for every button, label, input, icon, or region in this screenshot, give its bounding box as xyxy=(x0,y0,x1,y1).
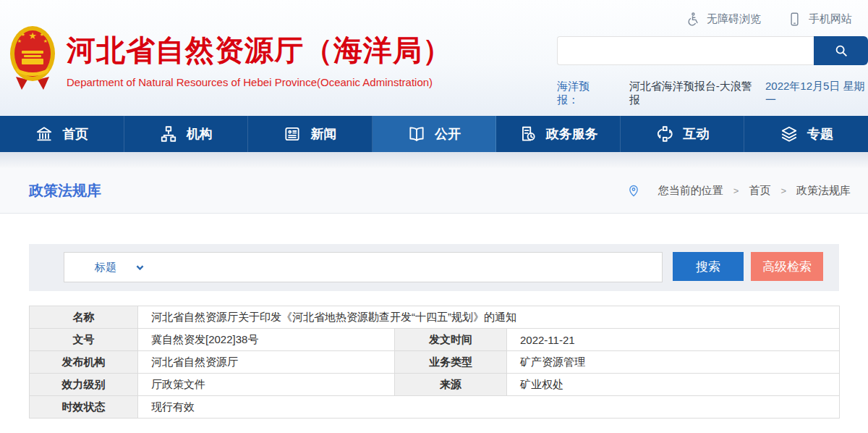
breadcrumb-separator: > xyxy=(780,185,786,196)
mobile-phone-icon xyxy=(787,12,802,27)
biztype-label-cell: 业务类型 xyxy=(395,351,507,374)
nav-item-interact[interactable]: 互动 xyxy=(621,116,745,152)
main-content: 标题 搜索 高级检索 名称 河北省自然资源厅关于印发《河北省地热资源勘查开发“十… xyxy=(0,214,868,433)
nav-label: 公开 xyxy=(435,125,461,143)
date-label-cell: 发文时间 xyxy=(395,329,507,351)
topics-layers-icon xyxy=(780,125,799,143)
breadcrumb-item-home[interactable]: 首页 xyxy=(749,184,770,198)
site-search-input[interactable] xyxy=(557,36,814,65)
site-subtitle-english: Department of Natural Resources of Hebei… xyxy=(67,76,452,88)
site-title: 河北省自然资源厅（海洋局） xyxy=(67,30,452,70)
svg-text:★: ★ xyxy=(28,30,37,41)
biztype-value-cell: 矿产资源管理 xyxy=(507,351,840,374)
nav-item-news[interactable]: 新闻 xyxy=(248,116,373,152)
table-row: 文号 冀自然资发[2022]38号 发文时间 2022-11-21 xyxy=(30,329,840,351)
ocean-forecast-date: 2022年12月5日 星期一 xyxy=(765,80,868,107)
search-field-selected: 标题 xyxy=(95,261,116,274)
level-value-cell: 厅政策文件 xyxy=(138,374,395,396)
ocean-forecast-label: 海洋预报： xyxy=(557,80,608,107)
national-emblem-logo: ★ ★ ★ ★ ★ xyxy=(7,23,58,96)
nav-item-org[interactable]: 机构 xyxy=(124,116,249,152)
name-value-cell: 河北省自然资源厅关于印发《河北省地热资源勘查开发“十四五”规划》的通知 xyxy=(138,306,840,329)
wheelchair-icon xyxy=(685,12,700,27)
ocean-forecast-bar: 海洋预报： 河北省海洋预报台-大浪警报 2022年12月5日 星期一 xyxy=(557,80,868,107)
table-row: 效力级别 厅政策文件 来源 矿业权处 xyxy=(30,374,840,396)
site-header: 无障碍浏览 手机网站 ★ ★ ★ ★ ★ xyxy=(0,0,868,116)
table-row: 时效状态 现行有效 xyxy=(30,396,840,419)
chevron-down-icon xyxy=(135,263,145,272)
policy-keyword-input[interactable] xyxy=(145,253,662,282)
nav-label: 新闻 xyxy=(310,125,336,143)
policy-search-box: 标题 xyxy=(64,252,663,282)
svg-text:★: ★ xyxy=(40,32,44,37)
date-value-cell: 2022-11-21 xyxy=(507,329,840,351)
status-label-cell: 时效状态 xyxy=(30,396,138,419)
interact-icon xyxy=(655,125,674,143)
source-value-cell: 矿业权处 xyxy=(507,374,840,396)
nav-item-topics[interactable]: 专题 xyxy=(744,116,868,152)
nav-label: 政务服务 xyxy=(546,125,598,143)
table-row: 发布机构 河北省自然资源厅 业务类型 矿产资源管理 xyxy=(30,351,840,374)
search-icon xyxy=(833,43,849,59)
breadcrumb: 您当前的位置 > 首页 > 政策法规库 xyxy=(626,183,851,198)
docnum-value-cell: 冀自然资发[2022]38号 xyxy=(138,329,395,351)
source-label-cell: 来源 xyxy=(395,374,507,396)
site-search-button[interactable] xyxy=(814,36,868,65)
policy-search-panel: 标题 搜索 高级检索 xyxy=(29,244,839,291)
news-icon xyxy=(283,125,302,143)
brand-text: 河北省自然资源厅（海洋局） Department of Natural Reso… xyxy=(67,23,452,88)
divider-band xyxy=(0,152,868,168)
search-field-selector[interactable]: 标题 xyxy=(64,261,145,274)
breadcrumb-separator: > xyxy=(733,185,739,196)
open-book-icon xyxy=(407,125,426,143)
gov-service-icon xyxy=(519,125,537,143)
advanced-search-button[interactable]: 高级检索 xyxy=(751,252,823,281)
accessibility-link[interactable]: 无障碍浏览 xyxy=(685,12,761,27)
nav-label: 专题 xyxy=(807,125,833,143)
nav-item-gov-services[interactable]: 政务服务 xyxy=(496,116,621,152)
page-title: 政策法规库 xyxy=(29,181,101,201)
name-label-cell: 名称 xyxy=(30,306,138,329)
docnum-label-cell: 文号 xyxy=(30,329,138,351)
status-value-cell: 现行有效 xyxy=(138,396,840,419)
ocean-forecast-link[interactable]: 河北省海洋预报台-大浪警报 xyxy=(629,80,754,107)
nav-item-public-disclosure[interactable]: 公开 xyxy=(373,116,497,152)
table-row: 名称 河北省自然资源厅关于印发《河北省地热资源勘查开发“十四五”规划》的通知 xyxy=(30,306,840,329)
site-search xyxy=(557,36,868,65)
nav-label: 互动 xyxy=(683,125,709,143)
brand: ★ ★ ★ ★ ★ 河北省自然资源厅（海洋局） Department of Na… xyxy=(7,23,452,96)
level-label-cell: 效力级别 xyxy=(30,374,138,396)
home-icon xyxy=(35,125,54,143)
svg-text:★: ★ xyxy=(21,32,25,37)
breadcrumb-location-label: 您当前的位置 xyxy=(658,184,723,198)
nav-label: 机构 xyxy=(187,125,213,143)
policy-detail-table: 名称 河北省自然资源厅关于印发《河北省地热资源勘查开发“十四五”规划》的通知 文… xyxy=(29,306,840,419)
main-nav: 首页 机构 新闻 公开 xyxy=(0,116,868,152)
location-pin-icon xyxy=(626,183,641,198)
org-icon xyxy=(159,125,178,143)
top-utility-links: 无障碍浏览 手机网站 xyxy=(685,12,852,27)
nav-label: 首页 xyxy=(62,125,88,143)
accessibility-label: 无障碍浏览 xyxy=(707,12,761,26)
issuer-value-cell: 河北省自然资源厅 xyxy=(138,351,395,374)
issuer-label-cell: 发布机构 xyxy=(30,351,138,374)
page: 无障碍浏览 手机网站 ★ ★ ★ ★ ★ xyxy=(0,0,868,433)
svg-text:★: ★ xyxy=(43,38,48,43)
breadcrumb-item-current[interactable]: 政策法规库 xyxy=(796,184,851,198)
nav-item-home[interactable]: 首页 xyxy=(0,116,124,152)
mobile-site-label: 手机网站 xyxy=(809,12,852,26)
breadcrumb-row: 政策法规库 您当前的位置 > 首页 > 政策法规库 xyxy=(0,168,868,214)
search-button[interactable]: 搜索 xyxy=(673,252,744,281)
mobile-site-link[interactable]: 手机网站 xyxy=(787,12,852,27)
svg-text:★: ★ xyxy=(17,38,22,43)
